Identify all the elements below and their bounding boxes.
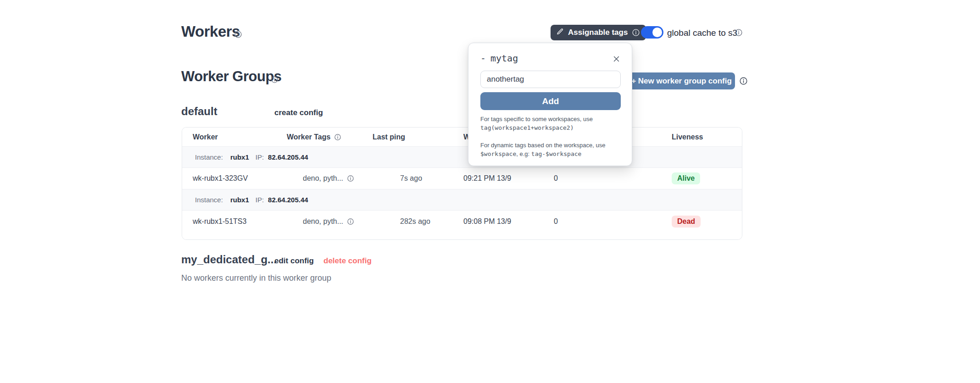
table-footer <box>182 232 742 239</box>
assignable-tags-info-icon[interactable] <box>632 28 640 37</box>
tags-help-workspaces: For tags specific to some workspaces, us… <box>480 115 624 132</box>
liveness-badge: Alive <box>672 172 700 184</box>
worker-tags: deno, pyth... <box>287 217 373 226</box>
edit-config-button[interactable]: edit config <box>274 256 314 266</box>
workers-info-icon[interactable] <box>234 30 242 39</box>
close-icon[interactable] <box>612 55 620 65</box>
worker-tags-info-icon[interactable] <box>334 133 341 141</box>
pencil-icon <box>557 28 564 37</box>
group-name-default: default <box>181 105 217 118</box>
worker-groups-title: Worker Groups <box>181 68 282 85</box>
page-title: Workers <box>181 23 240 40</box>
tag-name: mytag <box>490 53 518 64</box>
global-cache-toggle[interactable] <box>641 26 663 39</box>
instance-row: Instance: rubx1 IP: 82.64.205.44 <box>182 147 742 168</box>
tags-info-icon[interactable] <box>347 175 354 182</box>
new-worker-group-config-button[interactable]: + New worker group config <box>628 72 735 89</box>
col-liveness: Liveness <box>672 133 742 141</box>
toggle-knob <box>652 28 662 37</box>
col-worker: Worker <box>182 133 287 141</box>
worker-groups-info-icon[interactable] <box>271 76 278 83</box>
global-cache-label: global cache to s3 <box>667 28 737 38</box>
worker-start: 09:08 PM 13/9 <box>463 217 554 226</box>
delete-config-button[interactable]: delete config <box>323 256 372 266</box>
assignable-tags-label: Assignable tags <box>568 28 628 37</box>
instance-ip: 82.64.205.44 <box>268 196 308 204</box>
add-tag-button[interactable]: Add <box>480 92 621 110</box>
table-header-row: Worker Worker Tags Last ping Worker star… <box>182 128 742 147</box>
new-tag-input[interactable] <box>480 71 621 88</box>
workers-page: Workers Assignable tags global cache to … <box>0 0 980 383</box>
worker-row: wk-rubx1-51TS3 deno, pyth... 282s ago 09… <box>182 211 742 232</box>
last-ping: 7s ago <box>373 174 463 183</box>
worker-row: wk-rubx1-323GV deno, pyth... 7s ago 09:2… <box>182 168 742 189</box>
tags-info-icon[interactable] <box>347 218 354 225</box>
last-ping: 282s ago <box>373 217 463 226</box>
worker-tags: deno, pyth... <box>287 174 373 183</box>
tags-help-dynamic: For dynamic tags based on the workspace,… <box>480 141 624 158</box>
col-last-ping: Last ping <box>373 133 463 141</box>
tag-syntax-code: tag(workspace1+workspace2) <box>480 123 624 132</box>
instance-row: Instance: rubx1 IP: 82.64.205.44 <box>182 189 742 211</box>
worker-name: wk-rubx1-323GV <box>182 174 287 183</box>
worker-name: wk-rubx1-51TS3 <box>182 217 287 226</box>
assignable-tags-popup: - mytag Add For tags specific to some wo… <box>468 43 632 166</box>
assignable-tags-button[interactable]: Assignable tags <box>551 25 646 40</box>
global-cache-info-icon[interactable] <box>735 28 743 37</box>
remove-tag-button[interactable]: - <box>480 53 486 64</box>
col-worker-tags: Worker Tags <box>287 133 373 141</box>
empty-group-message: No workers currently in this worker grou… <box>181 273 331 283</box>
instance-name: rubx1 <box>230 196 249 204</box>
create-config-button[interactable]: create config <box>274 108 323 117</box>
group-name-dedicated: my_dedicated_g... <box>181 253 277 266</box>
instance-name: rubx1 <box>230 153 249 161</box>
worker-start: 09:21 PM 13/9 <box>463 174 554 183</box>
jobs-count: 0 <box>554 174 672 183</box>
liveness-badge: Dead <box>672 216 701 228</box>
workers-table: Worker Worker Tags Last ping Worker star… <box>182 127 742 240</box>
instance-ip: 82.64.205.44 <box>268 153 308 161</box>
new-worker-group-config-info-icon[interactable] <box>739 77 748 85</box>
jobs-count: 0 <box>554 217 672 226</box>
